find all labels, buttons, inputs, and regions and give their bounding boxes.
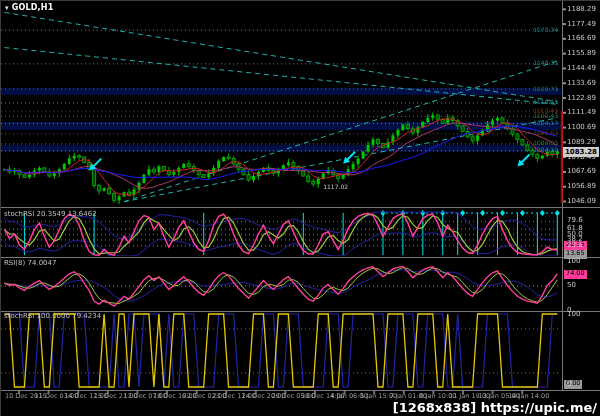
price-axis-label: 1111.49 (567, 109, 596, 116)
rsi-scale-label: 50 (567, 282, 576, 289)
price-level-label: 1104.17 (501, 120, 558, 126)
price-level-label: 1096.63 (501, 130, 558, 136)
price-level-label: 1119.41 (501, 99, 558, 105)
price-axis-label: 1067.69 (567, 168, 596, 175)
indicator-label-stochrsi-2: stochRSI 100.0000 79.4234 (4, 313, 101, 320)
symbol-period-text: GOLD,H1 (12, 3, 54, 12)
price-axis-label: 1144.49 (567, 65, 596, 72)
chart-annotation: 1117.02 (323, 184, 348, 190)
price-level-label: 1148.31 (501, 60, 558, 66)
price-axis-label: 1046.09 (567, 198, 596, 205)
price-level-label: 1084.10 (501, 147, 558, 153)
time-axis-label: 14 Jan 14:00 (508, 393, 549, 400)
chart-symbol-icon: ▾ (5, 4, 9, 12)
price-axis-label: 1056.89 (567, 183, 596, 190)
watermark: [1268x838] https://upic.me/ (393, 401, 597, 414)
price-axis-label: 1100.69 (567, 124, 596, 131)
price-axis-label: 1089.29 (567, 139, 596, 146)
chart-window: ▾GOLD,H1 stochRSI 20.3549 13.6462 RSI(8)… (0, 0, 600, 416)
price-axis-label: 1188.29 (567, 6, 596, 13)
price-level-label: 1173.34 (501, 27, 558, 33)
stochrsi-scale-label: 23.6 (567, 242, 583, 249)
price-axis-label: 1155.89 (567, 50, 596, 57)
price-axis-label: 1166.69 (567, 35, 596, 42)
stochrsi2-scale-label: 0 (567, 381, 571, 388)
price-level-label: 1129.71 (501, 86, 558, 92)
indicator-label-stochrsi-1: stochRSI 20.3549 13.6462 (4, 211, 97, 218)
price-axis-label: 1122.89 (567, 95, 596, 102)
price-axis-label: 1177.49 (567, 21, 596, 28)
symbol-period-label: ▾GOLD,H1 (5, 4, 54, 12)
rsi-scale-label: 100 (567, 258, 580, 265)
price-axis-label: 1133.69 (567, 80, 596, 87)
price-axis-label: 1078.49 (567, 154, 596, 161)
stochrsi2-scale-label: 100 (567, 311, 580, 318)
indicator-label-rsi: RSI(8) 74.0047 (4, 260, 56, 267)
rsi-value-box: 74.00 (564, 270, 587, 279)
